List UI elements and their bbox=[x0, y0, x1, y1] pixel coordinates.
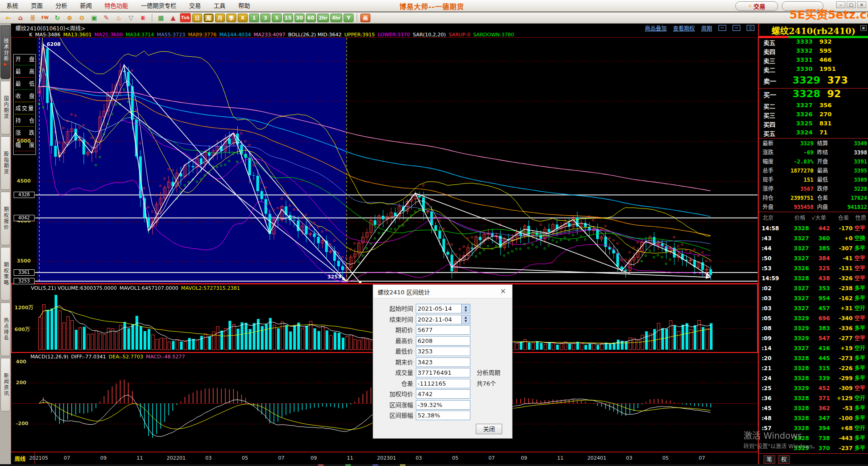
bid-row-5[interactable]: 买五332471 bbox=[759, 129, 868, 138]
period-label[interactable]: 周线 bbox=[15, 455, 25, 462]
sidebar-tab-股指期货[interactable]: 股指期货 bbox=[0, 136, 10, 190]
draw-pencil-icon[interactable]: ✎ bbox=[101, 13, 112, 22]
dialog-input-最高价[interactable] bbox=[416, 336, 470, 346]
panel-switch-icon[interactable]: ▣ bbox=[860, 25, 867, 31]
info-field-持仓[interactable]: 持仓 bbox=[15, 117, 35, 125]
period-button-4hr[interactable]: 4hr bbox=[330, 14, 342, 22]
ask-row-1[interactable]: 卖一3329373 bbox=[759, 74, 868, 88]
period-button-15[interactable]: 15 bbox=[283, 14, 293, 22]
info-field-最高[interactable]: 最高 bbox=[15, 68, 35, 76]
dialog-titlebar[interactable]: 螺纹2410 区间统计 × bbox=[373, 285, 512, 298]
zoom-out-icon[interactable]: ⊖ bbox=[76, 13, 87, 22]
dialog-input-区间涨幅[interactable] bbox=[416, 400, 470, 410]
tick-nature: 空平 bbox=[854, 223, 865, 233]
period-button-60[interactable]: 60 bbox=[306, 14, 316, 22]
price-info-panel[interactable]: 开盘最高最低收盘成交量持仓涨跌幅度 bbox=[13, 54, 36, 155]
spinner-control[interactable]: ▲▼ bbox=[461, 304, 470, 313]
bid-row-3[interactable]: 买三3326270 bbox=[759, 111, 868, 120]
period-button-Y[interactable]: Y bbox=[344, 14, 354, 22]
overlay-icon[interactable]: ▣ bbox=[89, 13, 100, 22]
trade-button[interactable]: ⚡ 交易 bbox=[735, 1, 778, 11]
dialog-input-最低价[interactable] bbox=[416, 347, 470, 356]
nav-left-icon[interactable]: ⇦ bbox=[718, 25, 726, 31]
period-button-月[interactable]: 月 bbox=[215, 14, 225, 22]
footer-tab-权[interactable]: 权 bbox=[778, 455, 790, 464]
info-field-最低[interactable]: 最低 bbox=[15, 80, 35, 88]
period-button-3[interactable]: 3 bbox=[260, 14, 270, 22]
kline-chart-icon[interactable]: ▲ bbox=[168, 13, 179, 22]
period-button-X[interactable]: X bbox=[238, 14, 248, 22]
report-table-icon[interactable]: ▦ bbox=[155, 13, 166, 22]
draw-mode-button[interactable]: 画 bbox=[360, 14, 370, 22]
menu-item-一德期货专栏[interactable]: 一德期货专栏 bbox=[135, 0, 183, 12]
link-查看期权[interactable]: 查看期权 bbox=[673, 24, 695, 32]
footer-tab-笔[interactable]: 笔 bbox=[763, 455, 775, 464]
period-button-日[interactable]: 日 bbox=[192, 14, 202, 22]
period-button-季[interactable]: 季 bbox=[226, 14, 236, 22]
dialog-input-期末价[interactable] bbox=[416, 357, 470, 367]
info-field-开盘[interactable]: 开盘 bbox=[15, 56, 35, 64]
dialog-close-icon[interactable]: × bbox=[498, 286, 509, 296]
alert-icon[interactable]: ♨ bbox=[113, 13, 124, 22]
new-icon[interactable]: 新 bbox=[138, 13, 149, 22]
spinner-control[interactable]: ▲▼ bbox=[461, 315, 470, 324]
bid-row-4[interactable]: 买四3325831 bbox=[759, 120, 868, 129]
indicator-value: DEA:-52.7703 bbox=[109, 354, 143, 360]
sidebar-tab-技术分析[interactable]: 技术分析▶ bbox=[0, 25, 10, 79]
menu-item-新闻[interactable]: 新闻 bbox=[74, 0, 98, 12]
sidebar-tab-期权报价[interactable]: 期权报价 bbox=[0, 192, 10, 245]
menu-item-分析[interactable]: 分析 bbox=[49, 0, 74, 12]
refresh-icon[interactable]: ↻ bbox=[52, 13, 63, 22]
dialog-input-成交量[interactable] bbox=[416, 368, 470, 377]
time-axis-label: 05 bbox=[242, 455, 248, 461]
sidebar-tab-新闻资讯[interactable]: 新闻资讯 bbox=[0, 358, 10, 411]
sidebar-tab-热点排名[interactable]: 热点排名 bbox=[0, 302, 10, 356]
sidebar-tab-期权策略[interactable]: 期权策略 bbox=[0, 247, 10, 301]
info-field-收盘[interactable]: 收盘 bbox=[15, 93, 35, 100]
main-chart-canvas[interactable] bbox=[11, 38, 758, 283]
ask-row-3[interactable]: 卖三3331466 bbox=[759, 56, 868, 65]
link-周期[interactable]: 周期 bbox=[701, 24, 712, 32]
menu-item-帮助[interactable]: 帮助 bbox=[232, 0, 256, 12]
news-doc-icon[interactable]: ≣ bbox=[27, 13, 38, 22]
split-view-icon[interactable]: ◫ bbox=[747, 25, 754, 31]
bid-row-1[interactable]: 买一332892 bbox=[759, 88, 868, 102]
menu-item-交易[interactable]: 交易 bbox=[183, 0, 207, 12]
symbol-tab[interactable]: 螺纹2410(010610)<周线> bbox=[11, 24, 85, 32]
bid-row-5-label: 买五 bbox=[763, 129, 775, 138]
info-field-幅度[interactable]: 幅度 bbox=[15, 142, 35, 149]
period-button-30[interactable]: 30 bbox=[294, 14, 304, 22]
filter-funnel-icon[interactable]: ▽ bbox=[125, 13, 136, 22]
dialog-input-加权均价[interactable] bbox=[416, 389, 470, 399]
bid-row-2[interactable]: 买二3327356 bbox=[759, 102, 868, 111]
period-button-周[interactable]: 周 bbox=[204, 14, 214, 22]
back-icon[interactable]: ← bbox=[3, 13, 14, 22]
ask-row-2[interactable]: 卖二33301951 bbox=[759, 65, 868, 74]
taskbar-app-dot bbox=[345, 464, 351, 466]
link-商品叠加[interactable]: 商品叠加 bbox=[645, 24, 667, 32]
period-button-1[interactable]: 1 bbox=[249, 14, 259, 22]
zoom-in-icon[interactable]: ⊕ bbox=[64, 13, 75, 22]
info-field-涨跌[interactable]: 涨跌 bbox=[15, 129, 35, 137]
ask-row-4[interactable]: 卖四3332595 bbox=[759, 47, 868, 56]
period-button-5[interactable]: 5 bbox=[272, 14, 282, 22]
info-field-成交量[interactable]: 成交量 bbox=[15, 105, 35, 113]
menu-item-系统[interactable]: 系统 bbox=[0, 0, 25, 12]
menu-item-特色功能[interactable]: 特色功能 bbox=[98, 0, 135, 12]
tick-period-button[interactable]: Tick bbox=[180, 13, 191, 22]
nav-right-icon[interactable]: ⇨ bbox=[733, 25, 740, 31]
main-chart-panel[interactable]: 50004500400035004328404233613253 开盘最高最低收… bbox=[11, 37, 758, 283]
home-icon[interactable]: ⌂ bbox=[15, 13, 26, 22]
ask-row-5[interactable]: 卖五3333932 bbox=[759, 38, 868, 47]
dialog-close-button[interactable]: 关闭 bbox=[476, 424, 502, 434]
indicator-value: MACD:-48.5277 bbox=[146, 354, 185, 360]
dialog-input-区间振幅[interactable] bbox=[416, 411, 470, 420]
info-separator bbox=[15, 126, 34, 127]
dialog-input-期初价[interactable] bbox=[416, 325, 470, 335]
menu-item-工具[interactable]: 工具 bbox=[207, 0, 232, 12]
period-button-2hr[interactable]: 2hr bbox=[317, 14, 329, 22]
sidebar-tab-国内期货[interactable]: 国内期货 bbox=[0, 81, 10, 134]
fw-doc-icon[interactable]: FW bbox=[40, 13, 50, 22]
menu-item-页面[interactable]: 页面 bbox=[25, 0, 49, 12]
dialog-input-仓差[interactable] bbox=[416, 379, 470, 388]
